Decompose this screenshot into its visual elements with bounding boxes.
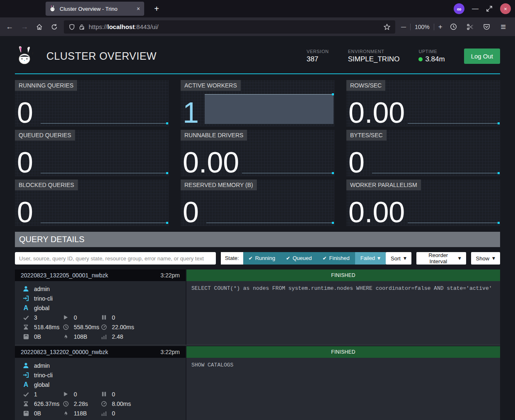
screenshot-scissors-icon[interactable] bbox=[465, 23, 476, 31]
wall-time-hourglass-icon bbox=[22, 401, 29, 407]
tab-close-icon[interactable]: × bbox=[137, 5, 140, 12]
check-icon: ✔ bbox=[249, 252, 253, 265]
state-filter-failed-dropdown[interactable]: Failed ▼ bbox=[355, 252, 386, 265]
query-text: SHOW CATALOGS bbox=[186, 358, 500, 420]
chevron-down-icon: ▼ bbox=[458, 256, 461, 260]
running-splits-play-icon bbox=[62, 391, 69, 397]
trino-cluster-overview-page: CLUSTER OVERVIEW VERSION 387 ENVIRONMENT… bbox=[0, 36, 515, 420]
uptime-label: UPTIME bbox=[418, 49, 445, 54]
query-resource-group: global bbox=[34, 305, 49, 311]
cumulative-memory-chart-icon bbox=[100, 334, 107, 339]
query-meta-panel: admin trino-cli A global 3 0 0 bbox=[15, 281, 186, 345]
chevron-down-icon: ▼ bbox=[377, 252, 380, 265]
version-label: VERSION bbox=[307, 49, 329, 54]
history-clock-icon[interactable] bbox=[448, 23, 459, 30]
peak-memory-flame-icon bbox=[62, 410, 69, 416]
sparkline bbox=[41, 123, 168, 124]
uptime-block: UPTIME 3.84m bbox=[418, 49, 445, 63]
bookmark-star-icon[interactable] bbox=[384, 24, 390, 30]
stat-value: 0 bbox=[17, 99, 33, 127]
page-title: CLUSTER OVERVIEW bbox=[46, 50, 157, 62]
peak-memory: 118B bbox=[74, 410, 87, 417]
query-card: 20220823_132202_00000_nwbzk 3:22pm FINIS… bbox=[15, 346, 500, 420]
queued-splits-pause-icon bbox=[100, 315, 107, 320]
execution-time-gauge-icon bbox=[100, 401, 107, 407]
back-button[interactable]: ← bbox=[4, 22, 15, 31]
query-details-header: QUERY DETAILS bbox=[15, 232, 500, 247]
reload-button[interactable] bbox=[49, 24, 60, 30]
completed-splits: 3 bbox=[34, 314, 37, 321]
zoom-level[interactable]: 100% bbox=[415, 24, 430, 30]
stat-card-active-workers: ACTIVE WORKERS 1 bbox=[181, 80, 334, 126]
current-memory: 0B bbox=[34, 410, 41, 417]
query-source: trino-cli bbox=[34, 372, 53, 379]
stat-value: 1 bbox=[183, 99, 199, 127]
uptime-value: 3.84m bbox=[425, 55, 445, 63]
wall-time: 518.48ms bbox=[34, 324, 59, 330]
window-minimize-button[interactable]: — bbox=[472, 5, 479, 12]
cpu-time: 2.28s bbox=[74, 401, 88, 407]
version-block: VERSION 387 bbox=[307, 49, 329, 63]
trino-bunny-logo bbox=[15, 45, 36, 67]
environment-label: ENVIRONMENT bbox=[348, 49, 400, 54]
sparkline bbox=[372, 173, 499, 173]
check-icon: ✔ bbox=[322, 252, 326, 265]
wall-time-hourglass-icon bbox=[22, 324, 29, 330]
window-close-button[interactable]: × bbox=[500, 3, 511, 14]
query-id-link[interactable]: 20220823_132205_00001_nwbzk bbox=[21, 272, 108, 279]
environment-block: ENVIRONMENT SIMPLE_TRINO bbox=[348, 49, 400, 63]
tracking-shield-icon[interactable] bbox=[69, 24, 75, 30]
peak-memory-flame-icon bbox=[62, 334, 69, 340]
state-filter-finished[interactable]: ✔ Finished bbox=[317, 252, 355, 265]
new-tab-button[interactable]: + bbox=[151, 4, 162, 14]
stat-card-reserved-memory: RESERVED MEMORY (B) 0 bbox=[181, 180, 334, 226]
query-filter-toolbar: State: ✔ Running ✔ Queued ✔ Finished Fai… bbox=[15, 252, 500, 265]
sparkline bbox=[206, 223, 334, 223]
query-status-badge: FINISHED bbox=[186, 269, 500, 281]
reorder-interval-dropdown-button[interactable]: Reorder Interval ▼ bbox=[416, 252, 466, 265]
browser-navbar: ← → https://localhost:8443/ui/ — 100% + bbox=[0, 17, 515, 36]
cumulative-memory: 0 bbox=[112, 410, 115, 417]
current-memory: 0B bbox=[34, 333, 41, 340]
query-source: trino-cli bbox=[34, 295, 53, 302]
state-filter-queued[interactable]: ✔ Queued bbox=[280, 252, 317, 265]
query-time: 3:22pm bbox=[160, 272, 180, 279]
zoom-in-button[interactable]: + bbox=[438, 23, 442, 31]
source-sign-in-icon bbox=[22, 372, 29, 378]
sparkline bbox=[408, 123, 499, 124]
query-id-link[interactable]: 20220823_132202_00000_nwbzk bbox=[21, 349, 108, 355]
container-badge-icon[interactable]: ∞ bbox=[454, 3, 464, 14]
completed-splits-check-icon bbox=[22, 391, 29, 397]
browser-tab[interactable]: Cluster Overview - Trino × bbox=[46, 2, 144, 16]
resource-group-icon: A bbox=[22, 304, 29, 312]
connection-lock-warning-icon[interactable] bbox=[79, 24, 85, 30]
show-dropdown-button[interactable]: Show ▼ bbox=[471, 252, 500, 265]
chevron-down-icon: ▼ bbox=[492, 256, 495, 260]
url-bar[interactable]: https://localhost:8443/ui/ bbox=[64, 20, 395, 34]
home-button[interactable] bbox=[34, 24, 45, 30]
query-id-cell: 20220823_132202_00000_nwbzk 3:22pm bbox=[15, 346, 186, 358]
cpu-time: 558.50ms bbox=[74, 324, 99, 330]
stat-value: 0.00 bbox=[348, 99, 405, 127]
zoom-out-button[interactable]: — bbox=[401, 24, 406, 30]
state-filter-running[interactable]: ✔ Running bbox=[243, 252, 281, 265]
window-titlebar: Cluster Overview - Trino × + ∞ — × bbox=[0, 0, 515, 17]
window-restore-button[interactable] bbox=[486, 5, 493, 12]
sort-dropdown-button[interactable]: Sort ▼ bbox=[386, 252, 411, 265]
execution-time: 22.00ms bbox=[112, 324, 134, 330]
logout-button[interactable]: Log Out bbox=[464, 49, 500, 64]
current-memory-scale-icon bbox=[22, 334, 29, 340]
menu-hamburger-icon[interactable]: ≡ bbox=[498, 22, 509, 32]
query-user: admin bbox=[34, 362, 50, 369]
sparkline bbox=[408, 223, 499, 223]
current-memory-scale-icon bbox=[22, 410, 29, 416]
stat-card-blocked-queries: BLOCKED QUERIES 0 bbox=[15, 180, 169, 226]
check-icon: ✔ bbox=[286, 252, 290, 265]
zoom-controls: — 100% + bbox=[399, 23, 444, 31]
user-icon bbox=[22, 286, 29, 292]
url-text: https://localhost:8443/ui/ bbox=[89, 23, 158, 30]
pocket-icon[interactable] bbox=[481, 23, 492, 30]
stat-card-runnable-drivers: RUNNABLE DRIVERS 0.00 bbox=[181, 130, 334, 176]
query-resource-group: global bbox=[34, 381, 49, 388]
query-search-input[interactable] bbox=[15, 252, 216, 265]
